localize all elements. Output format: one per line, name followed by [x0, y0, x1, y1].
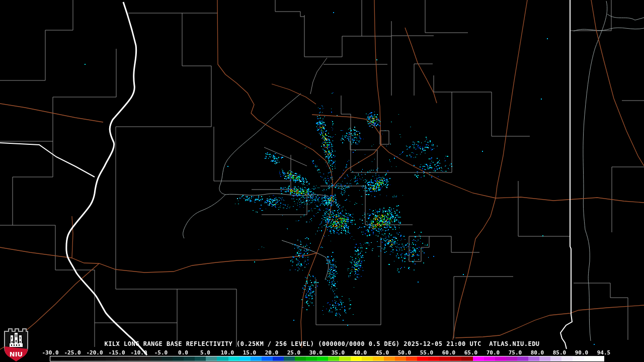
colorbar-segment — [561, 356, 573, 361]
colorbar-segment — [439, 356, 450, 361]
colorbar-segment — [206, 356, 217, 361]
colorbar-tick: 35.0 — [332, 349, 345, 356]
colorbar-tick: 10.0 — [221, 349, 234, 356]
colorbar-segment — [373, 356, 384, 361]
colorbar-segment — [117, 356, 128, 361]
colorbar-tick: 80.0 — [531, 349, 544, 356]
colorbar-segment — [150, 356, 162, 361]
colorbar-segment — [184, 356, 195, 361]
colorbar-tick: 40.0 — [354, 349, 367, 356]
colorbar-segment — [406, 356, 417, 361]
colorbar-segment — [539, 356, 550, 361]
colorbar-segment — [84, 356, 95, 361]
colorbar-segment — [395, 356, 406, 361]
colorbar-segment — [528, 356, 539, 361]
colorbar-tick: -10.0 — [130, 349, 147, 356]
colorbar-segment — [317, 356, 328, 361]
reflectivity-echoes — [0, 0, 644, 362]
colorbar-segment — [517, 356, 528, 361]
radar-display: KILX LONG RANGE BASE REFLECTIVITY (0.25K… — [0, 0, 644, 362]
niu-logo: NIU — [3, 327, 29, 361]
colorbar-segment — [595, 356, 604, 361]
colorbar-tick: 45.0 — [376, 349, 389, 356]
colorbar-segment — [173, 356, 184, 361]
colorbar-tick: 70.0 — [487, 349, 500, 356]
colorbar-segment — [295, 356, 306, 361]
colorbar-segment — [106, 356, 117, 361]
product-title: KILX LONG RANGE BASE REFLECTIVITY (0.25K… — [104, 340, 539, 347]
colorbar-tick: 85.0 — [553, 349, 567, 356]
colorbar-tick: 0.0 — [178, 349, 188, 356]
colorbar-tick: -25.0 — [64, 349, 80, 356]
colorbar-segment — [284, 356, 295, 361]
colorbar-segment — [251, 356, 262, 361]
colorbar-segment — [239, 356, 251, 361]
colorbar-tick: -15.0 — [108, 349, 125, 356]
colorbar-segment — [362, 356, 373, 361]
colorbar-segment — [50, 356, 61, 361]
colorbar-tick: 55.0 — [420, 349, 434, 356]
colorbar-segment — [417, 356, 428, 361]
colorbar-tick: 60.0 — [442, 349, 456, 356]
colorbar-segment — [217, 356, 228, 361]
colorbar-tick-labels: -30.0-25.0-20.0-15.0-10.0-5.00.05.010.01… — [0, 349, 644, 355]
colorbar-segment — [262, 356, 273, 361]
colorbar-segment — [384, 356, 395, 361]
colorbar-tick: 20.0 — [265, 349, 279, 356]
colorbar-segment — [484, 356, 495, 361]
colorbar-segment — [506, 356, 517, 361]
colorbar-segment — [273, 356, 284, 361]
colorbar-segment — [495, 356, 506, 361]
colorbar-tick: 90.0 — [575, 349, 589, 356]
colorbar-segment — [339, 356, 350, 361]
colorbar-segment — [450, 356, 461, 361]
colorbar-tick: -5.0 — [154, 349, 168, 356]
colorbar-tick: 94.5 — [597, 349, 611, 356]
colorbar-segment — [473, 356, 484, 361]
colorbar-segment — [61, 356, 72, 361]
colorbar-segment — [162, 356, 173, 361]
colorbar-tick: -30.0 — [42, 349, 58, 356]
colorbar-tick: 25.0 — [287, 349, 301, 356]
colorbar-segment — [461, 356, 472, 361]
colorbar-tick: 15.0 — [243, 349, 257, 356]
colorbar-segment — [139, 356, 150, 361]
colorbar-segment — [351, 356, 362, 361]
colorbar-segment — [72, 356, 84, 361]
logo-text: NIU — [10, 350, 23, 358]
colorbar-segment — [328, 356, 339, 361]
colorbar-segment — [128, 356, 139, 361]
colorbar-tick: 30.0 — [309, 349, 323, 356]
colorbar-segment — [428, 356, 439, 361]
colorbar-tick: -20.0 — [86, 349, 103, 356]
colorbar-tick: 75.0 — [509, 349, 522, 356]
colorbar-segment — [573, 356, 584, 361]
colorbar-segment — [306, 356, 317, 361]
colorbar-segment — [228, 356, 239, 361]
colorbar-tick: 5.0 — [200, 349, 210, 356]
reflectivity-colorbar — [50, 356, 604, 361]
colorbar-tick: 65.0 — [464, 349, 478, 356]
colorbar-segment — [195, 356, 206, 361]
colorbar-segment — [584, 356, 595, 361]
colorbar-tick: 50.0 — [398, 349, 412, 356]
colorbar-segment — [95, 356, 106, 361]
colorbar-segment — [550, 356, 561, 361]
